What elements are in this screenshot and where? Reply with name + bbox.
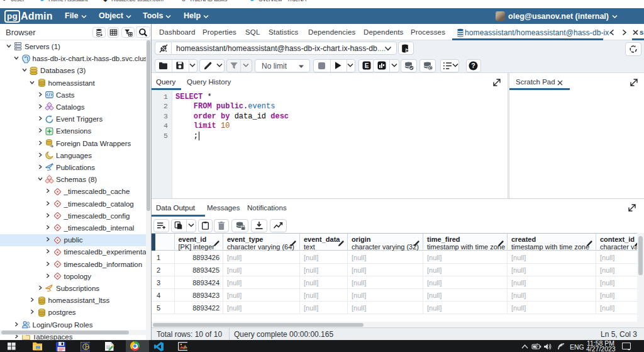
svg-text:?: ? xyxy=(472,62,475,69)
svg-text:E: E xyxy=(364,62,369,69)
